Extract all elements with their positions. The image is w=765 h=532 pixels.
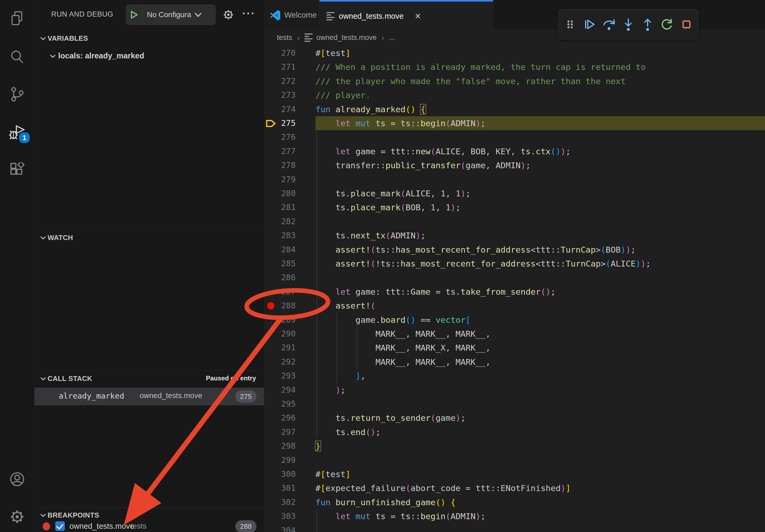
- code-text: assert!(: [316, 299, 376, 313]
- code-line-288[interactable]: 288 assert!(: [264, 299, 765, 313]
- code-line-294[interactable]: 294 );: [264, 383, 765, 397]
- line-number: 297: [272, 425, 296, 439]
- code-line-304[interactable]: 304: [264, 523, 765, 532]
- breadcrumb-item-file[interactable]: owned_tests.move: [316, 34, 377, 42]
- code-line-271[interactable]: 271/// When a position is already marked…: [264, 60, 765, 74]
- call-stack-section-header[interactable]: CALL STACK Paused on entry: [40, 375, 264, 383]
- line-number: 303: [272, 509, 296, 523]
- code-line-272[interactable]: 272/// the player who made the "false" m…: [264, 74, 765, 88]
- code-line-301[interactable]: 301#[expected_failure(abort_code = ttt::…: [264, 481, 765, 495]
- code-line-293[interactable]: 293 ],: [264, 369, 765, 383]
- code-line-286[interactable]: 286: [264, 271, 765, 285]
- breadcrumb-item-symbol[interactable]: ...: [389, 34, 395, 42]
- code-line-278[interactable]: 278 transfer::public_transfer(game, ADMI…: [264, 158, 765, 172]
- code-line-299[interactable]: 299: [264, 453, 765, 467]
- code-line-302[interactable]: 302fun burn_unfinished_game() {: [264, 495, 765, 509]
- code-line-276[interactable]: 276: [264, 130, 765, 144]
- step-over-button[interactable]: [601, 17, 617, 32]
- code-line-289[interactable]: 289 game.board() == vector[: [264, 313, 765, 327]
- breakpoints-section-header[interactable]: BREAKPOINTS: [40, 511, 99, 519]
- close-icon[interactable]: ×: [415, 10, 421, 22]
- account-icon[interactable]: [9, 471, 25, 487]
- breakpoint-folder: tests: [131, 522, 146, 530]
- code-line-279[interactable]: 279: [264, 172, 765, 186]
- breadcrumb-item-tests[interactable]: tests: [277, 34, 292, 42]
- section-divider: [35, 508, 264, 508]
- code-text: let mut ts = ts::begin(ADMIN);: [316, 116, 486, 130]
- breadcrumb-separator: ›: [382, 33, 384, 42]
- line-number: 281: [272, 200, 296, 214]
- restart-button[interactable]: [659, 17, 675, 32]
- code-text: ts.next_tx(ADMIN);: [316, 228, 426, 242]
- stop-button[interactable]: [679, 17, 694, 32]
- code-text: let game: ttt::Game = ts.take_from_sende…: [316, 285, 556, 299]
- line-number: 288: [272, 299, 296, 313]
- extensions-icon[interactable]: [9, 162, 25, 179]
- variables-section-header[interactable]: VARIABLES: [40, 34, 88, 43]
- line-number: 283: [272, 228, 296, 242]
- code-line-281[interactable]: 281 ts.place_mark(BOB, 1, 1);: [264, 200, 765, 214]
- code-text: assert!(ts::has_most_recent_for_address<…: [316, 243, 636, 257]
- call-stack-frame-row[interactable]: already_marked owned_tests.move 275: [35, 388, 264, 405]
- line-number: 284: [272, 243, 296, 257]
- settings-gear-icon[interactable]: [9, 508, 25, 525]
- code-line-298[interactable]: 298}: [264, 439, 765, 453]
- breakpoint-row[interactable]: owned_tests.move tests 288: [35, 522, 264, 532]
- line-number: 301: [272, 481, 296, 495]
- code-text: ts.end();: [316, 425, 381, 439]
- variables-scope-row[interactable]: locals: already_marked: [50, 51, 144, 60]
- more-actions-button[interactable]: ···: [242, 8, 256, 20]
- code-line-284[interactable]: 284 assert!(ts::has_most_recent_for_addr…: [264, 243, 765, 257]
- code-line-296[interactable]: 296 ts.return_to_sender(game);: [264, 411, 765, 425]
- code-line-270[interactable]: 270#[test]: [264, 46, 765, 60]
- line-number: 294: [272, 383, 296, 397]
- code-line-285[interactable]: 285 assert!(!ts::has_most_recent_for_add…: [264, 257, 765, 271]
- frame-line-badge: 275: [235, 390, 257, 402]
- debug-gear-icon[interactable]: [222, 9, 235, 22]
- source-control-icon[interactable]: [9, 86, 25, 103]
- line-number: 285: [272, 257, 296, 271]
- code-line-275[interactable]: 275 let mut ts = ts::begin(ADMIN);: [264, 116, 765, 130]
- search-icon[interactable]: [9, 49, 25, 65]
- run-and-debug-icon[interactable]: 1: [9, 124, 25, 141]
- code-text: let mut ts = ts::begin(ADMIN);: [316, 509, 486, 523]
- debug-toolbar: [558, 9, 698, 40]
- line-number: 272: [272, 74, 296, 88]
- code-line-300[interactable]: 300#[test]: [264, 467, 765, 481]
- code-line-303[interactable]: 303 let mut ts = ts::begin(ADMIN);: [264, 509, 765, 523]
- code-line-291[interactable]: 291 MARK__, MARK_X, MARK__,: [264, 341, 765, 355]
- line-number: 298: [272, 439, 296, 453]
- code-line-282[interactable]: 282: [264, 215, 765, 228]
- line-number: 271: [272, 60, 296, 74]
- code-line-297[interactable]: 297 ts.end();: [264, 425, 765, 439]
- tab-owned-tests-move[interactable]: owned_tests.move ×: [320, 0, 493, 31]
- explorer-icon[interactable]: [9, 10, 25, 27]
- step-into-button[interactable]: [620, 17, 636, 32]
- code-line-292[interactable]: 292 MARK__, MARK__, MARK__,: [264, 355, 765, 369]
- code-line-274[interactable]: 274fun already_marked() {: [264, 102, 765, 116]
- code-line-283[interactable]: 283 ts.next_tx(ADMIN);: [264, 228, 765, 242]
- breadcrumb-separator: ›: [297, 33, 300, 42]
- breakpoint-checkbox[interactable]: [55, 521, 65, 531]
- line-number: 296: [272, 411, 296, 425]
- start-debug-button[interactable]: [126, 4, 143, 25]
- panel-title: RUN AND DEBUG: [51, 10, 113, 19]
- code-line-295[interactable]: 295: [264, 397, 765, 411]
- code-line-280[interactable]: 280 ts.place_mark(ALICE, 1, 1);: [264, 186, 765, 200]
- tab-welcome[interactable]: Welcome: [264, 0, 320, 30]
- step-out-button[interactable]: [640, 17, 655, 32]
- code-editor[interactable]: 270#[test]271/// When a position is alre…: [264, 46, 765, 532]
- line-number: 287: [272, 285, 296, 299]
- code-line-273[interactable]: 273/// player.: [264, 88, 765, 102]
- code-text: /// player.: [316, 88, 371, 102]
- launch-config-dropdown[interactable]: No Configura: [126, 4, 216, 25]
- activity-bar: 1: [0, 0, 35, 532]
- continue-button[interactable]: [582, 17, 597, 32]
- watch-section-header[interactable]: WATCH: [40, 234, 73, 242]
- code-line-290[interactable]: 290 MARK__, MARK__, MARK__,: [264, 327, 765, 341]
- code-line-277[interactable]: 277 let game = ttt::new(ALICE, BOB, KEY,…: [264, 144, 765, 158]
- code-line-287[interactable]: 287 let game: ttt::Game = ts.take_from_s…: [264, 285, 765, 299]
- move-file-icon: [327, 11, 335, 22]
- line-number: 270: [272, 46, 296, 60]
- toolbar-drag-grip[interactable]: [562, 17, 578, 32]
